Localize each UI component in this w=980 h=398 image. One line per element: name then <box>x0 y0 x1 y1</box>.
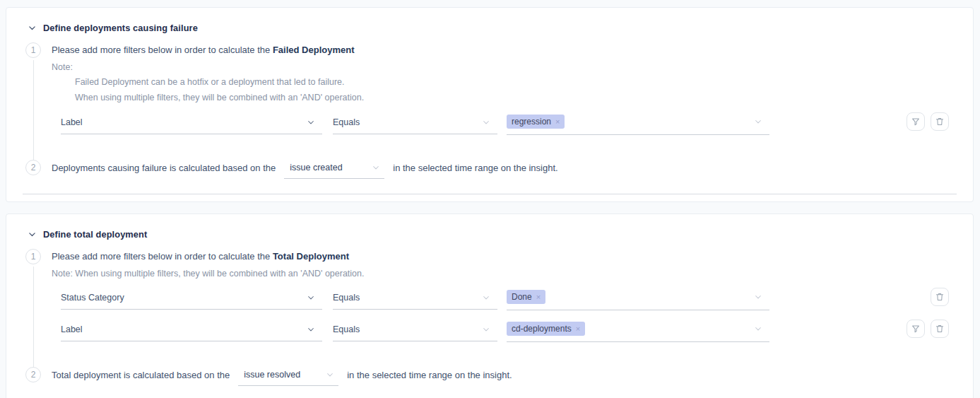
filter-operator-select[interactable]: Equals <box>333 289 497 310</box>
chevron-down-icon <box>482 325 490 334</box>
calculation-sentence: Deployments causing failure is calculate… <box>52 160 973 179</box>
filter-row: Status Category Equals Done × <box>52 289 973 310</box>
step-rail: 2 <box>25 160 41 175</box>
filter-value-select[interactable]: Done × <box>507 289 769 310</box>
step-2: 2 Deployments causing failure is calcula… <box>6 160 973 179</box>
step-number-badge: 1 <box>25 249 41 264</box>
filter-value-select[interactable]: cd-deployments × <box>507 321 769 342</box>
step-1: 1 Please add more filters below in order… <box>6 249 973 353</box>
filter-field-select[interactable]: Label <box>61 321 322 341</box>
note-line: Failed Deployment can be a hotfix or a d… <box>75 76 973 88</box>
panel-bottom-divider <box>23 194 957 194</box>
row-actions <box>907 320 949 338</box>
instruction-text: Please add more filters below in order t… <box>52 45 273 55</box>
step-rail: 2 <box>25 367 41 382</box>
filter-field-value: Label <box>61 324 83 334</box>
step-number-badge: 1 <box>25 42 41 58</box>
remove-tag-icon[interactable]: × <box>576 324 580 334</box>
trash-icon <box>935 324 945 334</box>
remove-tag-icon[interactable]: × <box>555 117 560 127</box>
filter-field-select[interactable]: Status Category <box>61 289 322 310</box>
step-2: 2 Total deployment is calculated based o… <box>6 367 973 386</box>
sentence-before: Total deployment is calculated based on … <box>52 370 230 381</box>
step-connector-line <box>33 267 34 368</box>
chevron-down-icon <box>754 117 762 126</box>
chevron-down-icon <box>372 163 380 172</box>
step-rail: 1 <box>25 249 41 353</box>
step-instruction: Please add more filters below in order t… <box>52 249 973 262</box>
panel-header[interactable]: Define total deployment <box>6 214 973 249</box>
panel-title: Define deployments causing failure <box>43 23 198 33</box>
chevron-down-icon <box>754 293 762 301</box>
filter-operator-select[interactable]: Equals <box>333 114 497 134</box>
chevron-down-icon <box>307 118 315 127</box>
note-line: Note: When using multiple filters, they … <box>52 268 973 279</box>
filter-row: Label Equals regression × <box>52 114 973 135</box>
value-tag: cd-deployments × <box>507 322 585 336</box>
filter-row: Label Equals cd-deployments × <box>52 321 973 342</box>
row-actions <box>907 112 949 131</box>
value-tag: Done × <box>507 290 545 304</box>
filter-value-select[interactable]: regression × <box>507 114 769 135</box>
value-tag: regression × <box>507 115 565 129</box>
step-instruction: Please add more filters below in order t… <box>52 42 973 56</box>
trash-icon <box>935 292 945 302</box>
panel-header[interactable]: Define deployments causing failure <box>6 8 973 42</box>
event-type-value: issue resolved <box>244 369 300 380</box>
delete-filter-button[interactable] <box>931 288 949 306</box>
trash-icon <box>935 117 945 127</box>
funnel-icon <box>911 117 921 127</box>
sentence-before: Deployments causing failure is calculate… <box>52 163 276 174</box>
step-connector-line <box>33 60 34 160</box>
chevron-down-icon <box>482 293 490 302</box>
filter-options-button[interactable] <box>907 320 925 338</box>
panel-title: Define total deployment <box>43 229 147 240</box>
funnel-icon <box>911 324 921 334</box>
chevron-down-icon <box>307 325 315 334</box>
filter-operator-value: Equals <box>333 117 360 127</box>
note-label: Note: <box>52 62 973 73</box>
panel-define-total-deployment: Define total deployment 1 Please add mor… <box>6 213 974 398</box>
filter-operator-select[interactable]: Equals <box>333 321 497 341</box>
instruction-metric-name: Failed Deployment <box>273 45 355 55</box>
chevron-down-icon <box>482 118 490 127</box>
row-actions <box>931 288 949 306</box>
event-type-select[interactable]: issue created <box>284 160 384 179</box>
delete-filter-button[interactable] <box>931 112 949 131</box>
tag-label: Done <box>512 292 532 302</box>
filter-operator-value: Equals <box>333 293 360 303</box>
instruction-text: Please add more filters below in order t… <box>52 251 273 262</box>
filter-field-value: Status Category <box>61 293 124 303</box>
filter-options-button[interactable] <box>907 112 925 131</box>
tag-label: cd-deployments <box>512 324 572 334</box>
sentence-after: in the selected time range on the insigh… <box>393 163 557 174</box>
step-number-badge: 2 <box>25 160 41 175</box>
filter-field-select[interactable]: Label <box>61 114 322 134</box>
filter-field-value: Label <box>61 117 83 127</box>
delete-filter-button[interactable] <box>931 320 949 338</box>
chevron-down-icon[interactable] <box>28 230 37 239</box>
step-1: 1 Please add more filters below in order… <box>6 42 973 146</box>
sentence-after: in the selected time range on the insigh… <box>347 370 512 381</box>
calculation-sentence: Total deployment is calculated based on … <box>52 367 973 386</box>
tag-label: regression <box>512 117 551 127</box>
chevron-down-icon <box>326 370 334 379</box>
note-line: When using multiple filters, they will b… <box>75 92 973 104</box>
panel-define-deployments-causing-failure: Define deployments causing failure 1 Ple… <box>6 7 974 202</box>
filter-operator-value: Equals <box>333 324 360 334</box>
chevron-down-icon[interactable] <box>28 23 37 33</box>
instruction-metric-name: Total Deployment <box>273 251 349 262</box>
chevron-down-icon <box>307 293 315 302</box>
event-type-select[interactable]: issue resolved <box>238 367 338 386</box>
event-type-value: issue created <box>290 162 342 173</box>
chevron-down-icon <box>754 324 762 333</box>
step-rail: 1 <box>25 42 41 146</box>
step-number-badge: 2 <box>25 367 41 382</box>
remove-tag-icon[interactable]: × <box>536 292 541 302</box>
